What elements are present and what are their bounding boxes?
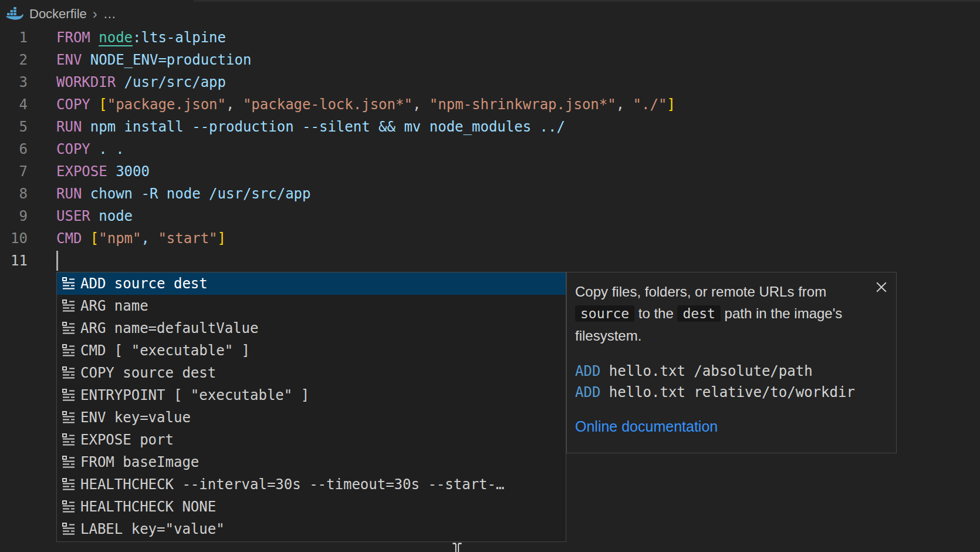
code-line[interactable]: 7EXPOSE 3000 (0, 160, 980, 183)
code-line[interactable]: 4COPY ["package.json", "package-lock.jso… (0, 93, 980, 116)
close-icon[interactable] (874, 280, 889, 295)
suggest-item[interactable]: FROM baseImage (57, 451, 566, 473)
breadcrumb-chevron-icon: › (93, 8, 97, 21)
snippet-icon (62, 433, 76, 447)
line-number: 3 (0, 71, 28, 93)
code-line-text: FROM node:lts-alpine (28, 26, 226, 49)
code-line[interactable]: 9USER node (0, 205, 980, 227)
suggest-item[interactable]: COPY source dest (57, 362, 566, 384)
docs-text: Copy files, folders, or remote URLs from (575, 284, 826, 299)
code-line[interactable]: 10CMD ["npm", "start"] (0, 227, 980, 250)
line-number: 11 (0, 250, 28, 272)
suggest-item[interactable]: ARG name (57, 295, 566, 317)
text-ibeam-cursor (450, 541, 464, 552)
suggest-item[interactable]: CMD [ "executable" ] (57, 339, 566, 362)
suggest-item[interactable]: LABEL key="value" (57, 518, 566, 540)
code-line-text: CMD ["npm", "start"] (28, 227, 226, 250)
line-number: 7 (0, 160, 28, 183)
docker-whale-icon (6, 6, 23, 22)
suggest-item[interactable]: HEALTHCHECK NONE (57, 496, 566, 518)
suggest-item[interactable]: ADD source dest (57, 272, 566, 295)
snippet-icon (62, 522, 76, 536)
suggest-item[interactable]: ARG name=defaultValue (57, 317, 566, 339)
suggest-item-label: HEALTHCHECK NONE (80, 499, 216, 515)
suggest-item-label: LABEL key="value" (80, 521, 225, 537)
docs-description: Copy files, folders, or remote URLs from… (575, 281, 884, 346)
online-documentation-link[interactable]: Online documentation (575, 418, 718, 435)
code-area[interactable]: 1FROM node:lts-alpine2ENV NODE_ENV=produ… (0, 26, 980, 272)
suggest-item[interactable]: EXPOSE port (57, 429, 566, 451)
code-line[interactable]: 2ENV NODE_ENV=production (0, 49, 980, 71)
snippet-icon (62, 500, 76, 514)
docs-code-line: ADD hello.txt relative/to/workdir (575, 382, 884, 403)
suggest-item-label: HEALTHCHECK --interval=30s --timeout=30s… (80, 476, 504, 493)
code-line[interactable]: 11 (0, 250, 980, 272)
snippet-icon (62, 299, 76, 313)
breadcrumb-file[interactable]: Dockerfile (29, 6, 87, 22)
line-number: 6 (0, 138, 28, 160)
suggest-item-label: FROM baseImage (80, 454, 199, 470)
suggest-item-label: ENV key=value (80, 409, 191, 426)
code-line-text: COPY ["package.json", "package-lock.json… (28, 93, 675, 116)
line-number: 10 (0, 227, 28, 250)
line-number: 2 (0, 49, 28, 71)
code-line-text: RUN npm install --production --silent &&… (28, 116, 565, 138)
snippet-icon (62, 277, 76, 291)
snippet-icon (62, 388, 76, 402)
suggest-item-label: ADD source dest (80, 275, 208, 292)
code-line[interactable]: 3WORKDIR /usr/src/app (0, 71, 980, 93)
code-line-text (28, 250, 58, 272)
suggest-item[interactable]: HEALTHCHECK --interval=30s --timeout=30s… (57, 473, 566, 496)
code-line[interactable]: 8RUN chown -R node /usr/src/app (0, 183, 980, 205)
code-line-text: ENV NODE_ENV=production (28, 49, 251, 71)
suggest-list: ADD source destARG nameARG name=defaultV… (56, 272, 566, 542)
code-line[interactable]: 6COPY . . (0, 138, 980, 160)
code-line[interactable]: 1FROM node:lts-alpine (0, 26, 980, 49)
suggest-item-label: EXPOSE port (80, 432, 174, 448)
code-line-text: COPY . . (28, 138, 124, 160)
code-line-text: EXPOSE 3000 (28, 160, 150, 183)
line-number: 9 (0, 205, 28, 227)
line-number: 1 (0, 26, 28, 49)
docs-text: to the (634, 305, 677, 321)
suggest-docs-panel: Copy files, folders, or remote URLs from… (566, 272, 897, 453)
code-line-text: WORKDIR /usr/src/app (28, 71, 226, 93)
breadcrumb[interactable]: Dockerfile › … (6, 5, 116, 23)
suggest-item[interactable]: ENTRYPOINT [ "executable" ] (57, 384, 566, 406)
line-number: 4 (0, 93, 28, 116)
code-line[interactable]: 5RUN npm install --production --silent &… (0, 116, 980, 138)
suggest-item-label: CMD [ "executable" ] (80, 342, 250, 359)
suggest-item-label: COPY source dest (80, 365, 216, 381)
suggest-item-label: ARG name (80, 298, 148, 314)
snippet-icon (62, 455, 76, 469)
snippet-icon (62, 366, 76, 380)
suggest-item-label: ARG name=defaultValue (80, 320, 258, 336)
code-line-text: USER node (28, 205, 133, 227)
line-number: 5 (0, 116, 28, 138)
snippet-icon (62, 344, 76, 358)
breadcrumb-ellipsis[interactable]: … (103, 6, 116, 22)
inline-code-chip: source (575, 305, 634, 322)
editor-top-border (194, 0, 980, 2)
text-caret (56, 251, 58, 271)
suggest-item[interactable]: ENV key=value (57, 406, 566, 429)
snippet-icon (62, 410, 76, 425)
inline-code-chip: dest (677, 305, 720, 322)
code-line-text: RUN chown -R node /usr/src/app (28, 183, 310, 205)
docs-code-line: ADD hello.txt /absolute/path (575, 361, 884, 382)
line-number: 8 (0, 183, 28, 205)
snippet-icon (62, 321, 76, 335)
suggest-item-label: ENTRYPOINT [ "executable" ] (80, 387, 309, 403)
snippet-icon (62, 477, 76, 492)
docs-code-examples: ADD hello.txt /absolute/pathADD hello.tx… (575, 361, 884, 403)
